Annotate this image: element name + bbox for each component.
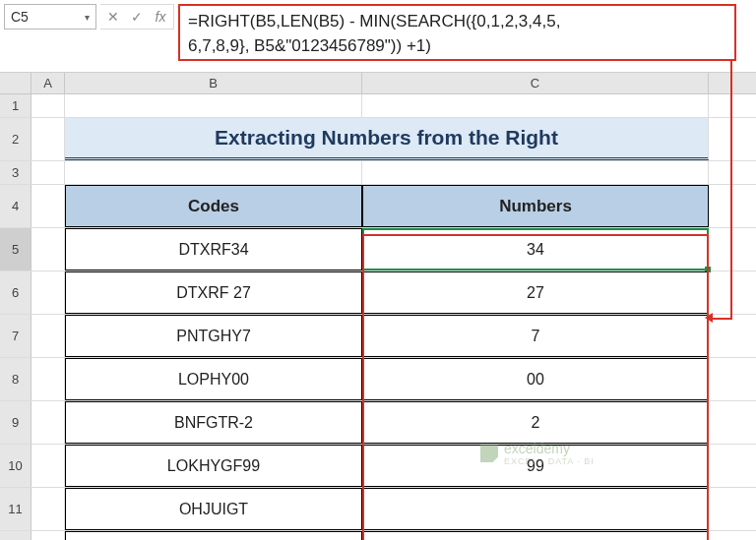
- cell[interactable]: [362, 94, 709, 117]
- cell[interactable]: [32, 271, 65, 314]
- cell[interactable]: [362, 161, 709, 184]
- cell[interactable]: [32, 315, 65, 357]
- cell[interactable]: [32, 228, 65, 270]
- formula-buttons: ✕ ✓ fx: [100, 4, 174, 30]
- cell-code[interactable]: PNTGHY7: [65, 315, 362, 357]
- cell-code[interactable]: DTXRF 27: [65, 271, 362, 314]
- formula-text-line2: 6,7,8,9}, B5&"0123456789")) +1): [188, 34, 726, 59]
- table-row: 9 BNFGTR-2 2: [0, 401, 756, 445]
- col-header-B[interactable]: B: [65, 73, 362, 93]
- cancel-icon[interactable]: ✕: [106, 9, 120, 25]
- cell-number[interactable]: 27: [362, 271, 709, 314]
- col-header-C[interactable]: C: [362, 73, 709, 93]
- cell-code[interactable]: BNFGTR-2: [65, 401, 362, 444]
- table-row: 12 MJNBSG131 131: [0, 531, 756, 540]
- row-header[interactable]: 12: [0, 531, 32, 540]
- row-header[interactable]: 7: [0, 315, 32, 357]
- column-headers: A B C: [0, 73, 756, 94]
- table-row: 7 PNTGHY7 7: [0, 315, 756, 358]
- cell-number[interactable]: 131: [362, 531, 709, 540]
- cell-code[interactable]: LOPHY00: [65, 358, 362, 400]
- callout-arrow: [730, 61, 732, 319]
- page-title[interactable]: Extracting Numbers from the Right: [65, 118, 709, 160]
- cell[interactable]: [32, 185, 65, 227]
- fx-icon[interactable]: fx: [154, 9, 167, 25]
- row-header[interactable]: 9: [0, 401, 32, 444]
- row: 2 Extracting Numbers from the Right: [0, 118, 756, 161]
- row-header[interactable]: 11: [0, 488, 32, 530]
- table-header-codes[interactable]: Codes: [65, 185, 362, 227]
- chevron-down-icon[interactable]: ▾: [85, 12, 90, 23]
- row: 4 Codes Numbers: [0, 185, 756, 228]
- cell-number[interactable]: 7: [362, 315, 709, 357]
- cell[interactable]: [32, 445, 65, 487]
- table-row: 10 LOKHYGF99 99: [0, 445, 756, 488]
- formula-text-line1: =RIGHT(B5,LEN(B5) - MIN(SEARCH({0,1,2,3,…: [188, 10, 726, 34]
- spreadsheet-grid: A B C 1 2 Extracting Numbers from the Ri…: [0, 73, 756, 540]
- row-header[interactable]: 1: [0, 94, 32, 117]
- cell-code[interactable]: DTXRF34: [65, 228, 362, 270]
- cell[interactable]: [32, 531, 65, 540]
- col-header-A[interactable]: A: [32, 73, 65, 93]
- cell[interactable]: [32, 488, 65, 530]
- row-header[interactable]: 5: [0, 228, 32, 270]
- table-row: 6 DTXRF 27 27: [0, 271, 756, 315]
- cell[interactable]: [32, 358, 65, 400]
- name-box-value: C5: [11, 9, 85, 25]
- table-row: 11 OHJUIGT: [0, 488, 756, 531]
- cell[interactable]: [65, 94, 362, 117]
- name-box[interactable]: C5 ▾: [4, 4, 96, 30]
- arrow-head-icon: [705, 313, 713, 323]
- cell-code[interactable]: MJNBSG131: [65, 531, 362, 540]
- cell[interactable]: [32, 401, 65, 444]
- select-all-corner[interactable]: [0, 73, 32, 93]
- row: 1: [0, 94, 756, 118]
- row-header[interactable]: 6: [0, 271, 32, 314]
- cell-code[interactable]: OHJUIGT: [65, 488, 362, 530]
- cell[interactable]: [32, 118, 65, 160]
- accept-icon[interactable]: ✓: [130, 9, 144, 25]
- table-header-numbers[interactable]: Numbers: [362, 185, 709, 227]
- formula-input[interactable]: =RIGHT(B5,LEN(B5) - MIN(SEARCH({0,1,2,3,…: [178, 4, 736, 61]
- table-row: 5 DTXRF34 34: [0, 228, 756, 271]
- cell-value: 34: [527, 241, 544, 259]
- cell[interactable]: [32, 94, 65, 117]
- row-header[interactable]: 3: [0, 161, 32, 184]
- row-header[interactable]: 8: [0, 358, 32, 400]
- cell-number[interactable]: [362, 488, 709, 530]
- row: 3: [0, 161, 756, 185]
- row-header[interactable]: 2: [0, 118, 32, 160]
- row-header[interactable]: 4: [0, 185, 32, 227]
- cell[interactable]: [65, 161, 362, 184]
- cell-number[interactable]: 99: [362, 445, 709, 487]
- cell-code[interactable]: LOKHYGF99: [65, 445, 362, 487]
- row-header[interactable]: 10: [0, 445, 32, 487]
- cell[interactable]: [32, 161, 65, 184]
- cell-number[interactable]: 2: [362, 401, 709, 444]
- cell-number[interactable]: 00: [362, 358, 709, 400]
- table-row: 8 LOPHY00 00: [0, 358, 756, 401]
- active-cell[interactable]: 34: [362, 228, 709, 270]
- formula-bar: C5 ▾ ✕ ✓ fx =RIGHT(B5,LEN(B5) - MIN(SEAR…: [0, 0, 756, 73]
